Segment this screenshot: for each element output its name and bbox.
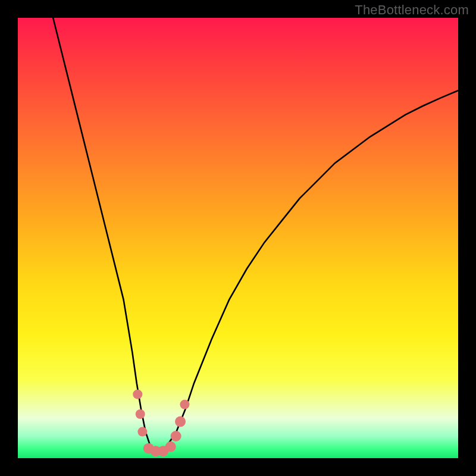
trough-markers xyxy=(133,390,189,456)
trough-marker xyxy=(136,409,145,419)
trough-marker xyxy=(175,416,186,427)
trough-marker xyxy=(180,400,189,409)
trough-marker xyxy=(133,390,142,399)
watermark-text: TheBottleneck.com xyxy=(355,2,469,18)
chart-plot-area xyxy=(18,18,458,458)
chart-frame: TheBottleneck.com xyxy=(0,0,476,476)
chart-svg xyxy=(18,18,458,458)
bottleneck-curve xyxy=(53,18,458,449)
trough-marker xyxy=(137,427,147,437)
trough-marker xyxy=(165,441,176,452)
trough-marker xyxy=(171,431,181,441)
